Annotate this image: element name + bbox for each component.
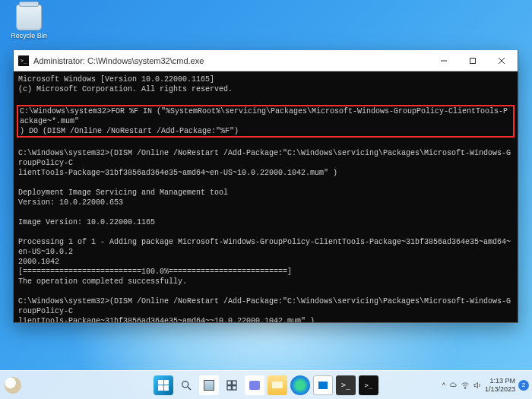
progress-bar: [==========================100.0%=======… xyxy=(18,268,292,276)
svg-rect-9 xyxy=(233,385,236,389)
maximize-button[interactable] xyxy=(458,50,487,71)
cmd-window: Administrator: C:\Windows\system32\cmd.e… xyxy=(13,50,518,323)
recycle-bin-label: Recycle Bin xyxy=(6,32,52,40)
line: Version: 10.0.22000.653 xyxy=(18,198,123,207)
window-title: Administrator: C:\Windows\system32\cmd.e… xyxy=(33,56,429,65)
start-button[interactable] xyxy=(154,375,173,395)
svg-rect-6 xyxy=(227,381,231,385)
system-tray: ^ 1:13 PM 1/13/2023 2 xyxy=(442,371,529,399)
line: C:\Windows\system32>(DISM /Online /NoRes… xyxy=(18,297,511,315)
line: The operation completed successfully. xyxy=(18,277,187,286)
svg-point-4 xyxy=(182,381,188,387)
onedrive-icon[interactable] xyxy=(448,381,458,390)
svg-line-5 xyxy=(188,387,191,390)
taskbar-terminal[interactable]: >_ xyxy=(336,375,356,395)
widgets-button[interactable] xyxy=(222,375,242,395)
taskbar-weather[interactable] xyxy=(5,371,24,399)
task-view-button[interactable] xyxy=(199,375,219,395)
line: C:\Windows\system32>FOR %F IN ("%SystemR… xyxy=(20,107,508,125)
line: Microsoft Windows [Version 10.0.22000.11… xyxy=(18,75,214,84)
weather-icon xyxy=(5,377,21,394)
clock-date: 1/13/2023 xyxy=(485,385,515,394)
taskbar-center-icons: >_ >_ xyxy=(154,375,378,395)
highlighted-command: C:\Windows\system32>FOR %F IN ("%SystemR… xyxy=(17,105,515,138)
line: lientTools-Package~31bf3856ad364e35~amd6… xyxy=(18,317,315,322)
svg-rect-8 xyxy=(227,385,231,389)
line: Deployment Image Servicing and Managemen… xyxy=(18,188,228,197)
terminal-output[interactable]: Microsoft Windows [Version 10.0.22000.11… xyxy=(14,71,518,322)
taskbar-chat[interactable] xyxy=(245,375,264,395)
line: Image Version: 10.0.22000.1165 xyxy=(18,218,155,226)
minimize-button[interactable] xyxy=(429,50,458,71)
taskbar-cmd-running[interactable]: >_ xyxy=(359,375,378,395)
close-button[interactable] xyxy=(487,50,516,71)
line: 2000.1042 xyxy=(18,258,59,266)
recycle-bin-icon xyxy=(16,5,42,30)
wifi-icon[interactable] xyxy=(461,381,470,390)
svg-rect-7 xyxy=(233,381,236,385)
desktop-icon-recycle-bin[interactable]: Recycle Bin xyxy=(6,5,52,40)
line: ) DO (DISM /Online /NoRestart /Add-Packa… xyxy=(20,127,239,135)
line: lientTools-Package~31bf3856ad364e35~amd6… xyxy=(18,169,337,177)
taskbar-store[interactable] xyxy=(313,375,333,395)
line: Processing 1 of 1 - Adding package Micro… xyxy=(18,238,511,256)
taskbar-file-explorer[interactable] xyxy=(268,375,287,395)
taskbar: >_ >_ ^ 1:13 PM 1/13/2023 2 xyxy=(0,370,532,399)
taskbar-clock[interactable]: 1:13 PM 1/13/2023 xyxy=(485,377,515,394)
svg-rect-1 xyxy=(470,58,476,63)
taskbar-edge[interactable] xyxy=(290,375,310,395)
taskbar-search[interactable] xyxy=(176,375,196,395)
cmd-icon xyxy=(18,55,29,66)
volume-icon[interactable] xyxy=(473,381,482,390)
tray-overflow-icon[interactable]: ^ xyxy=(442,382,445,389)
titlebar[interactable]: Administrator: C:\Windows\system32\cmd.e… xyxy=(14,50,518,71)
line: (c) Microsoft Corporation. All rights re… xyxy=(18,85,233,93)
notification-badge[interactable]: 2 xyxy=(518,380,529,391)
svg-point-10 xyxy=(464,388,465,388)
clock-time: 1:13 PM xyxy=(485,377,515,385)
line: C:\Windows\system32>(DISM /Online /NoRes… xyxy=(18,149,511,167)
